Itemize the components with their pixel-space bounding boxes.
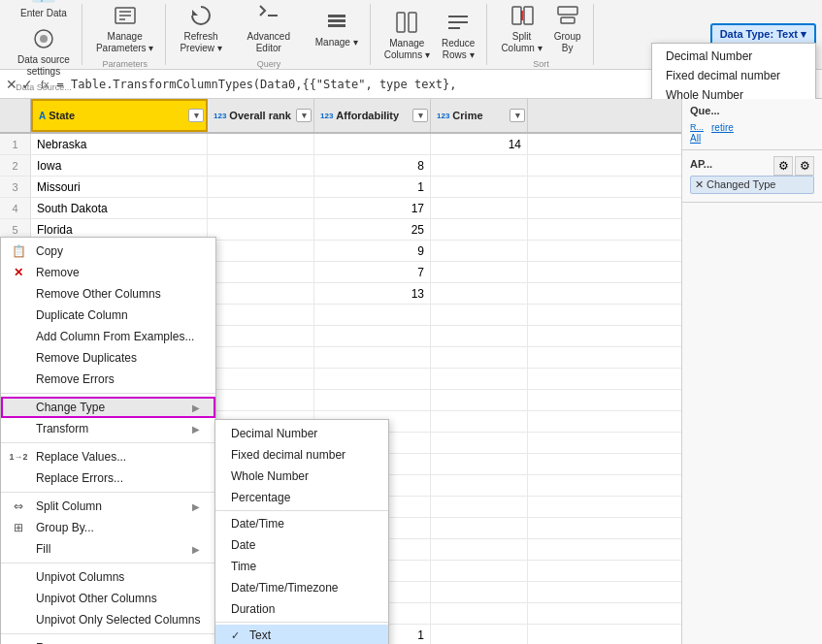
col-header-state[interactable]: A State ▾ <box>31 99 208 132</box>
cell-rank <box>208 305 314 325</box>
col-afford-type-icon: 123 <box>320 112 333 120</box>
col-afford-filter[interactable]: ▾ <box>412 109 428 122</box>
table-row[interactable]: 2 Iowa 8 <box>0 155 681 177</box>
sub-date[interactable]: Date <box>215 534 388 556</box>
cell-crime <box>431 411 528 432</box>
reduce-rows-button[interactable]: ReduceRows ▾ <box>438 7 478 63</box>
cell-crime <box>431 539 528 560</box>
cell-afford <box>314 134 431 154</box>
enter-data-button[interactable]: Enter Data <box>16 0 71 21</box>
cell-afford <box>314 369 431 389</box>
formula-x-icon[interactable]: ✕ <box>6 77 17 92</box>
cell-crime <box>431 155 528 176</box>
col-header-afford[interactable]: 123 Affordability ▾ <box>314 99 431 132</box>
gear-button-2[interactable]: ⚙ <box>795 156 814 176</box>
table-row[interactable]: 3 Missouri 1 <box>0 177 681 198</box>
cell-crime <box>431 561 528 581</box>
sub-text-label: Text <box>249 628 271 642</box>
col-header-crime[interactable]: 123 Crime ▾ <box>431 99 528 132</box>
cell-afford: 17 <box>314 198 431 218</box>
refresh-preview-label: RefreshPreview ▾ <box>180 31 221 54</box>
cell-rank <box>208 283 314 304</box>
menu-duplicate[interactable]: Duplicate Column <box>1 305 215 326</box>
remove-label: Remove <box>36 266 80 279</box>
cell-crime <box>431 219 528 240</box>
col-state-filter[interactable]: ▾ <box>188 109 204 122</box>
cell-crime <box>431 603 528 624</box>
group-by-menu-label: Group By... <box>36 521 94 534</box>
toolbar: Enter Data Data sourcesettings Data Sour… <box>0 0 822 70</box>
sub-percentage[interactable]: Percentage <box>215 487 388 508</box>
menu-replace-errors[interactable]: Replace Errors... <box>1 467 215 489</box>
menu-change-type[interactable]: Change Type ▶ <box>1 397 215 418</box>
sub-fixed-decimal[interactable]: Fixed decimal number <box>215 444 388 466</box>
group-by-button[interactable]: GroupBy <box>550 0 585 56</box>
menu-remove[interactable]: ✕ Remove <box>1 262 215 283</box>
formula-check-icon[interactable]: ✓ <box>21 77 33 92</box>
reduce-rows-label: ReduceRows ▾ <box>442 38 475 61</box>
manage-columns-icon <box>393 9 420 36</box>
changed-type-step[interactable]: ✕ Changed Type <box>690 176 814 194</box>
split-column-button[interactable]: SplitColumn ▾ <box>497 0 545 56</box>
menu-remove-errors[interactable]: Remove Errors <box>1 369 215 390</box>
row-num-header <box>0 99 31 132</box>
sub-text[interactable]: ✓ Text <box>215 625 388 644</box>
dt-fixed-decimal[interactable]: Fixed decimal number <box>652 66 815 85</box>
retire-button[interactable]: R... <box>690 122 704 133</box>
svg-rect-0 <box>33 0 54 2</box>
advanced-editor-button[interactable]: AdvancedEditor <box>230 0 308 56</box>
sub-whole[interactable]: Whole Number <box>215 466 388 487</box>
menu-split-column[interactable]: ⇔ Split Column ▶ <box>1 496 215 517</box>
svg-point-7 <box>40 35 48 43</box>
context-menu-overlay: 📋 Copy ✕ Remove Remove Other Columns Dup… <box>0 237 216 644</box>
all-button[interactable]: All <box>690 133 814 144</box>
menu-copy[interactable]: 📋 Copy <box>1 241 215 262</box>
menu-add-from-examples[interactable]: Add Column From Examples... <box>1 326 215 347</box>
query-group-label: Query <box>257 59 281 69</box>
replace-errors-label: Replace Errors... <box>36 471 123 485</box>
col-afford-content: 123 Affordability <box>320 110 424 121</box>
menu-transform[interactable]: Transform ▶ <box>1 418 215 439</box>
table-row[interactable]: 1 Nebraska 14 <box>0 134 681 155</box>
menu-unpivot-selected[interactable]: Unpivot Only Selected Columns <box>1 609 215 630</box>
col-header-rank[interactable]: 123 Overall rank ▾ <box>208 99 314 132</box>
gear-button-1[interactable]: ⚙ <box>773 156 793 176</box>
change-type-arrow: ▶ <box>192 402 200 413</box>
cell-state: Missouri <box>31 177 208 197</box>
menu-unpivot-other[interactable]: Unpivot Other Columns <box>1 588 215 609</box>
toolbar-group-parameters: ManageParameters ▾ Parameters <box>84 4 166 65</box>
dt-decimal[interactable]: Decimal Number <box>652 47 815 66</box>
col-rank-label: Overall rank <box>229 110 291 121</box>
manage-columns-button[interactable]: ManageColumns ▾ <box>380 7 434 63</box>
toolbar-group-data: Enter Data Data sourcesettings Data Sour… <box>6 4 82 65</box>
cell-crime <box>431 390 528 410</box>
sub-datetime[interactable]: Date/Time <box>215 513 388 534</box>
col-rank-filter[interactable]: ▾ <box>296 109 312 122</box>
table-row[interactable]: 4 South Dakota 17 <box>0 198 681 219</box>
transform-label: Transform <box>36 422 88 435</box>
manage-icon <box>323 8 350 35</box>
menu-remove-other[interactable]: Remove Other Columns <box>1 283 215 305</box>
fill-arrow: ▶ <box>192 544 200 555</box>
menu-group-by[interactable]: ⊞ Group By... <box>1 517 215 538</box>
sub-duration[interactable]: Duration <box>215 598 388 620</box>
menu-fill[interactable]: Fill ▶ <box>1 538 215 560</box>
unpivot-selected-label: Unpivot Only Selected Columns <box>36 613 200 627</box>
data-type-label: Data Type: Text ▾ <box>720 28 806 41</box>
refresh-preview-button[interactable]: RefreshPreview ▾ <box>176 0 225 56</box>
menu-replace-values[interactable]: 1→2 Replace Values... <box>1 446 215 467</box>
sub-datetimezone[interactable]: Date/Time/Timezone <box>215 577 388 598</box>
sub-fixed-decimal-label: Fixed decimal number <box>231 448 345 462</box>
sub-time[interactable]: Time <box>215 556 388 577</box>
manage-button[interactable]: Manage ▾ <box>312 6 362 50</box>
col-crime-filter[interactable]: ▾ <box>510 109 525 122</box>
menu-remove-duplicates[interactable]: Remove Duplicates <box>1 347 215 369</box>
advanced-editor-label: AdvancedEditor <box>247 31 290 54</box>
data-source-settings-button[interactable]: Data sourcesettings <box>14 23 74 80</box>
menu-rename[interactable]: Rename... <box>1 637 215 644</box>
menu-unpivot[interactable]: Unpivot Columns <box>1 566 215 588</box>
manage-parameters-button[interactable]: ManageParameters ▾ <box>92 0 157 56</box>
retire-label: retire <box>711 122 734 133</box>
sub-decimal[interactable]: Decimal Number <box>215 423 388 444</box>
menu-sep-3 <box>1 492 215 493</box>
